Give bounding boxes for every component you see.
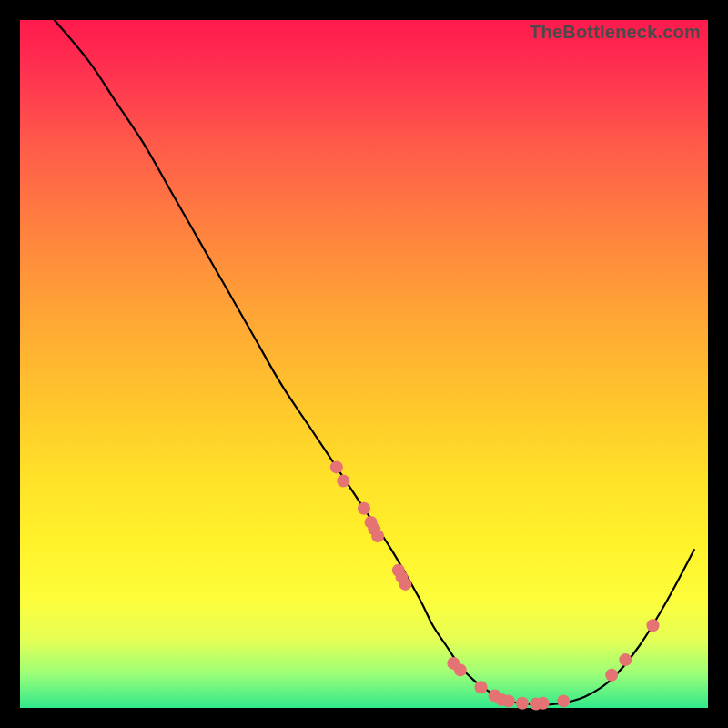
- scatter-dot: [516, 697, 529, 710]
- scatter-dot: [371, 530, 384, 542]
- scatter-dot: [475, 681, 488, 693]
- scatter-dot: [337, 475, 349, 488]
- scatter-dot: [399, 578, 411, 591]
- chart-panel: TheBottleneck.com: [20, 20, 708, 708]
- scatter-dot: [358, 502, 370, 515]
- scatter-dot: [454, 663, 467, 676]
- scatter-dot: [619, 653, 632, 666]
- scatter-dot: [502, 694, 515, 707]
- scatter-dot: [605, 669, 618, 682]
- chart-svg: [20, 20, 708, 708]
- scatter-dot: [537, 697, 550, 710]
- scatter-dot: [330, 460, 343, 473]
- scatter-dot: [647, 619, 660, 632]
- scatter-group: [330, 460, 660, 710]
- scatter-dot: [557, 694, 570, 707]
- bottleneck-curve: [55, 20, 694, 705]
